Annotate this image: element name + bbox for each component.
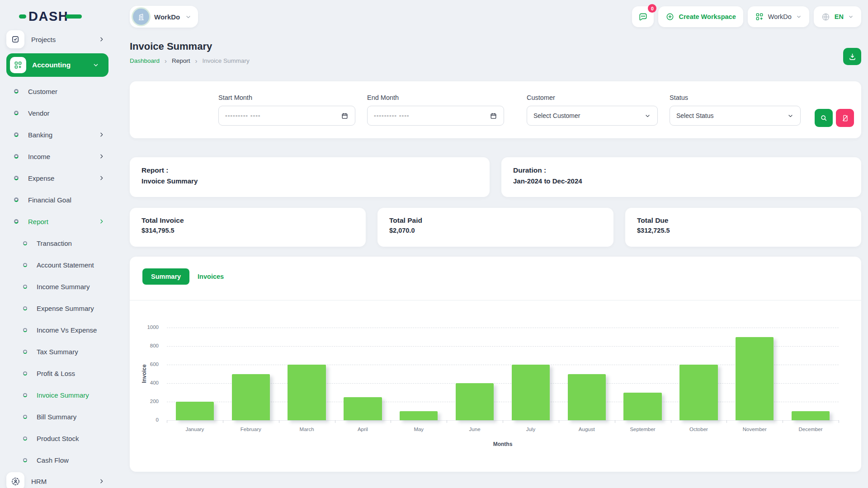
y-axis-tick-label: 800 <box>130 343 159 348</box>
grid-plus-icon <box>755 12 764 21</box>
sidebar-item-expense[interactable]: Expense <box>0 167 118 189</box>
sidebar-item-label: HRM <box>31 478 47 485</box>
bullet-icon <box>14 132 19 137</box>
x-axis-tick <box>447 420 447 423</box>
sidebar-item-label: Income Vs Expense <box>37 326 97 334</box>
chart-bar-july <box>512 365 550 420</box>
chart-bar-april <box>344 397 382 420</box>
x-axis-tick <box>335 420 335 423</box>
bullet-icon <box>23 285 27 289</box>
chart-bar-january <box>176 402 214 420</box>
sidebar-item-report[interactable]: Report <box>0 211 118 232</box>
breadcrumb-item-dashboard[interactable]: Dashboard <box>130 57 160 64</box>
sidebar-item-transaction[interactable]: Transaction <box>0 232 118 254</box>
customer-group: Customer Select Customer <box>527 94 658 126</box>
tabs: Summary Invoices <box>130 257 861 300</box>
sidebar-item-label: Income Summary <box>37 283 90 291</box>
x-axis-tick <box>391 420 391 423</box>
status-group: Status Select Status <box>670 94 801 126</box>
total-value: $2,070.0 <box>389 227 602 234</box>
end-month-group: End Month --------- ---- <box>367 94 504 126</box>
page-title: Invoice Summary <box>130 41 250 52</box>
sidebar-item-profit-loss[interactable]: Profit & Loss <box>0 362 118 384</box>
user-scan-icon <box>6 472 24 488</box>
sidebar-item-bill-summary[interactable]: Bill Summary <box>0 406 118 427</box>
x-axis-label-february: February <box>223 427 279 432</box>
workspace-menu-button[interactable]: WorkDo <box>748 6 809 27</box>
bullet-icon <box>23 263 27 267</box>
sidebar-item-hrm[interactable]: HRM <box>0 471 118 488</box>
chevron-right-icon <box>98 218 105 225</box>
sidebar-item-label: Expense Summary <box>37 305 94 312</box>
workspace-menu-label: WorkDo <box>768 13 792 20</box>
x-axis-label-september: September <box>615 427 671 432</box>
logo-text: DASH <box>28 9 68 24</box>
chevron-down-icon <box>796 14 802 20</box>
sidebar-item-income[interactable]: Income <box>0 145 118 167</box>
y-axis-tick-label: 0 <box>130 417 159 422</box>
total-label: Total Due <box>637 216 849 225</box>
tab-summary[interactable]: Summary <box>142 268 189 285</box>
total-card-total-due: Total Due$312,725.5 <box>625 208 861 247</box>
sidebar-item-label: Vendor <box>28 109 50 117</box>
messages-badge: 0 <box>648 4 656 13</box>
create-workspace-button[interactable]: Create Workspace <box>658 6 743 27</box>
sidebar-item-invoice-summary[interactable]: Invoice Summary <box>0 384 118 406</box>
bullet-icon <box>23 415 27 419</box>
x-axis-tick <box>839 420 839 423</box>
breadcrumb-item-report[interactable]: Report <box>172 57 190 64</box>
start-month-input[interactable]: --------- ---- <box>218 106 355 126</box>
end-month-input[interactable]: --------- ---- <box>367 106 504 126</box>
duration-card-title: Duration : <box>513 166 849 174</box>
main-area: WorkDo 0 Create Workspace <box>118 0 868 488</box>
sidebar-item-banking[interactable]: Banking <box>0 124 118 145</box>
sidebar-item-label: Product Stock <box>37 435 79 442</box>
sidebar-item-account-statement[interactable]: Account Statement <box>0 254 118 276</box>
breadcrumb: Dashboard›Report›Invoice Summary <box>130 57 250 65</box>
bullet-icon <box>23 328 27 332</box>
customer-select[interactable]: Select Customer <box>527 106 658 126</box>
file-slash-icon <box>841 114 849 122</box>
total-label: Total Invoice <box>142 216 354 225</box>
end-month-label: End Month <box>367 94 504 101</box>
page-header: Invoice Summary Dashboard›Report›Invoice… <box>130 41 861 65</box>
workspace-chip[interactable]: WorkDo <box>130 6 198 28</box>
duration-card: Duration : Jan-2024 to Dec-2024 <box>501 157 861 197</box>
sidebar-item-tax-summary[interactable]: Tax Summary <box>0 341 118 362</box>
sidebar-item-projects[interactable]: Projects <box>0 29 118 50</box>
sidebar-item-financial-goal[interactable]: Financial Goal <box>0 189 118 211</box>
sidebar-item-expense-summary[interactable]: Expense Summary <box>0 297 118 319</box>
grid-plus-icon <box>10 57 26 73</box>
sidebar-item-product-stock[interactable]: Product Stock <box>0 427 118 449</box>
circle-plus-icon <box>665 12 675 21</box>
sidebar-item-income-vs-expense[interactable]: Income Vs Expense <box>0 319 118 341</box>
x-axis-label-november: November <box>726 427 783 432</box>
chevron-down-icon <box>848 14 854 20</box>
x-axis-label-october: October <box>671 427 727 432</box>
messages-button[interactable]: 0 <box>632 6 654 27</box>
duration-card-value: Jan-2024 to Dec-2024 <box>513 177 849 185</box>
sidebar-item-vendor[interactable]: Vendor <box>0 102 118 124</box>
chevron-right-icon <box>98 131 105 138</box>
sidebar-item-income-summary[interactable]: Income Summary <box>0 276 118 297</box>
total-card-total-paid: Total Paid$2,070.0 <box>377 208 613 247</box>
sidebar-item-customer[interactable]: Customer <box>0 80 118 102</box>
download-button[interactable] <box>843 48 861 65</box>
sidebar-item-label: Bill Summary <box>37 413 76 421</box>
x-axis-tick <box>671 420 671 423</box>
search-button[interactable] <box>815 109 833 127</box>
sidebar-item-label: Cash Flow <box>37 456 69 464</box>
tab-invoices[interactable]: Invoices <box>198 273 224 280</box>
bullet-icon <box>23 241 27 245</box>
sidebar-item-cash-flow[interactable]: Cash Flow <box>0 449 118 471</box>
x-axis-label-march: March <box>279 427 335 432</box>
create-workspace-label: Create Workspace <box>679 13 736 20</box>
sidebar-item-accounting[interactable]: Accounting <box>6 53 108 77</box>
status-select[interactable]: Select Status <box>670 106 801 126</box>
language-menu-button[interactable]: EN <box>814 6 861 27</box>
reset-filter-button[interactable] <box>836 109 854 127</box>
x-axis-label-may: May <box>391 427 447 432</box>
search-icon <box>820 114 828 122</box>
x-axis-label-july: July <box>503 427 559 432</box>
app-logo[interactable]: DASH <box>0 5 118 28</box>
